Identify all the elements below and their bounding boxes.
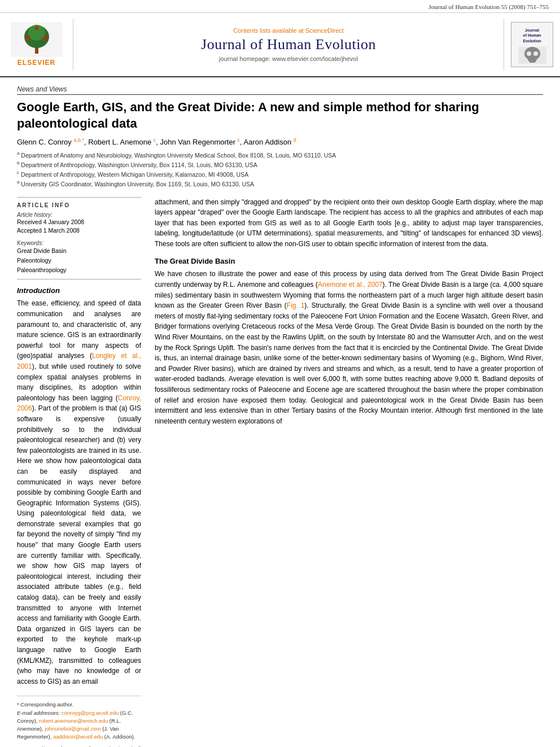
citation-anemone[interactable]: Anemone et al., 2007 — [318, 281, 382, 289]
elsevier-logo: ELSEVIER — [0, 19, 73, 71]
corresponding-author-note: * Corresponding author. — [17, 701, 141, 709]
two-col-layout: ARTICLE INFO Article history: Received 4… — [17, 197, 543, 747]
sciencedirect-line: Contents lists available at ScienceDirec… — [233, 27, 344, 34]
elsevier-brand-text: ELSEVIER — [18, 59, 55, 67]
email-addison[interactable]: aaddison@wustl.edu — [53, 733, 103, 740]
intro-continuation-text: attachment, and then simply "dragged and… — [155, 197, 543, 250]
article-title: Google Earth, GIS, and the Great Divide:… — [17, 99, 543, 132]
journal-homepage: journal homepage: www.elsevier.com/locat… — [219, 55, 358, 62]
svg-rect-12 — [530, 60, 535, 63]
svg-point-14 — [533, 51, 538, 56]
journal-reference: Journal of Human Evolution 55 (2008) 751… — [0, 0, 560, 13]
article-history-label: Article history: — [17, 212, 141, 218]
great-divide-text: We have chosen to illustrate the power a… — [155, 269, 543, 426]
affiliation-c: c Department of Anthropology, Western Mi… — [17, 169, 543, 179]
keyword-3: Paleoanthropology — [17, 265, 141, 275]
article-info-label: ARTICLE INFO — [17, 202, 141, 208]
affiliations: a Department of Anatomy and Neurobiology… — [17, 150, 543, 189]
right-column: attachment, and then simply "dragged and… — [155, 197, 543, 747]
affiliation-a: a Department of Anatomy and Neurobiology… — [17, 150, 543, 160]
keywords-list: Great Divide Basin Paleontology Paleoant… — [17, 246, 141, 274]
received-date: Received 4 January 2008 — [17, 218, 141, 227]
elsevier-tree-icon — [11, 23, 62, 56]
email-conroy[interactable]: conroyg@pcg.wustl.edu — [62, 710, 119, 716]
citation-fig1[interactable]: Fig. 1 — [287, 302, 305, 309]
section-label: News and Views — [17, 85, 543, 95]
accepted-date: Accepted 1 March 2008 — [17, 226, 141, 235]
affiliation-b: b Department of Anthropology, Washington… — [17, 160, 543, 169]
keyword-2: Paleontology — [17, 256, 141, 265]
svg-point-8 — [35, 27, 38, 30]
journal-title: Journal of Human Evolution — [201, 36, 376, 53]
email-anemone[interactable]: robert.anemone@wmich.edu — [39, 718, 108, 724]
keywords-section: Keywords: Great Divide Basin Paleontolog… — [17, 240, 141, 274]
journal-ref-text: Journal of Human Evolution 55 (2008) 751… — [428, 3, 549, 10]
email-addresses: E-mail addresses: conroyg@pcg.wustl.edu … — [17, 709, 141, 741]
svg-point-6 — [27, 36, 30, 39]
page-content: News and Views Google Earth, GIS, and th… — [0, 77, 560, 747]
footnote-area: * Corresponding author. E-mail addresses… — [17, 696, 141, 747]
journal-logo-box: Journalof HumanEvolution — [511, 22, 553, 67]
introduction-text: The ease, efficiency, and speed of data … — [17, 298, 141, 687]
article-info-box: ARTICLE INFO Article history: Received 4… — [17, 197, 141, 280]
svg-point-13 — [527, 51, 531, 56]
journal-header-center: Contents lists available at ScienceDirec… — [73, 19, 504, 71]
keyword-1: Great Divide Basin — [17, 246, 141, 256]
email-vanregenmorter[interactable]: johnuneboi@gmail.com — [45, 726, 100, 732]
introduction-heading: Introduction — [17, 286, 141, 295]
affiliation-d: d University GIS Coordinator, Washington… — [17, 179, 543, 189]
svg-point-7 — [43, 36, 47, 39]
citation-conroy[interactable]: Conroy, 2006 — [17, 394, 141, 413]
left-column: ARTICLE INFO Article history: Received 4… — [17, 197, 141, 747]
sciencedirect-link[interactable]: ScienceDirect — [305, 27, 344, 34]
authors-line: Glenn C. Conroy a,b,*, Robert L. Anemone… — [17, 137, 543, 146]
journal-logo-right: Journalof HumanEvolution — [504, 19, 560, 71]
keywords-label: Keywords: — [17, 240, 141, 246]
great-divide-heading: The Great Divide Basin — [155, 257, 543, 265]
citation-longley[interactable]: Longley et al., 2001 — [17, 352, 141, 370]
journal-header: ELSEVIER Contents lists available at Sci… — [0, 13, 560, 77]
article-history-section: Article history: Received 4 January 2008… — [17, 212, 141, 236]
